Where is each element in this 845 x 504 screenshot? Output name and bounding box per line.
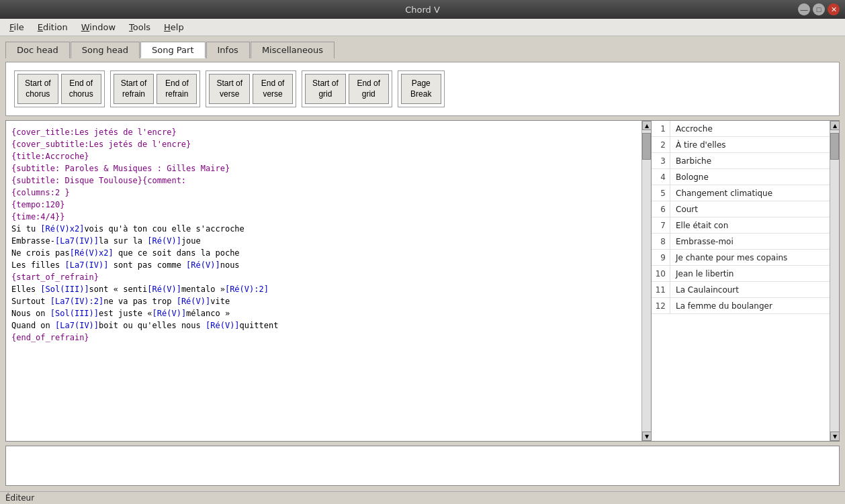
tab-song-part[interactable]: Song Part bbox=[140, 42, 206, 58]
scroll-down-arrow[interactable]: ▼ bbox=[642, 432, 652, 441]
close-button[interactable]: ✕ bbox=[828, 3, 840, 15]
verse-group: Start ofverse End ofverse bbox=[206, 70, 296, 107]
song-list-scrollbar[interactable]: ▲ ▼ bbox=[830, 121, 839, 441]
song-number: 6 bbox=[652, 201, 670, 217]
editor-text[interactable]: {cover_title:Les jetés de l'encre}{cover… bbox=[6, 121, 651, 441]
song-number: 1 bbox=[652, 121, 670, 136]
song-number: 12 bbox=[652, 298, 670, 313]
song-number: 3 bbox=[652, 153, 670, 168]
list-item[interactable]: 10 Jean le libertin bbox=[652, 266, 830, 282]
song-number: 2 bbox=[652, 137, 670, 152]
statusbar: Éditeur bbox=[0, 491, 845, 504]
start-grid-button[interactable]: Start ofgrid bbox=[305, 74, 346, 104]
list-item[interactable]: 9 Je chante pour mes copains bbox=[652, 250, 830, 266]
song-scroll-track[interactable] bbox=[830, 130, 839, 432]
menu-window[interactable]: Window bbox=[75, 20, 122, 34]
song-scroll-thumb[interactable] bbox=[830, 133, 839, 160]
list-item[interactable]: 4 Bologne bbox=[652, 169, 830, 185]
list-item[interactable]: 3 Barbiche bbox=[652, 153, 830, 169]
content-area: {cover_title:Les jetés de l'encre}{cover… bbox=[5, 120, 840, 442]
song-number: 4 bbox=[652, 169, 670, 185]
song-number: 10 bbox=[652, 266, 670, 281]
bottom-editor-area[interactable] bbox=[5, 446, 840, 486]
menu-edition[interactable]: Edition bbox=[31, 20, 75, 34]
song-title: Embrasse-moi bbox=[670, 237, 733, 246]
song-number: 11 bbox=[652, 282, 670, 297]
song-title: Elle était con bbox=[670, 221, 728, 230]
song-part-panel: Start ofchorus End ofchorus Start ofrefr… bbox=[5, 62, 840, 116]
list-item[interactable]: 12 La femme du boulanger bbox=[652, 298, 830, 314]
tab-song-head[interactable]: Song head bbox=[71, 42, 140, 58]
song-number: 5 bbox=[652, 185, 670, 201]
list-item[interactable]: 7 Elle était con bbox=[652, 217, 830, 234]
song-number: 8 bbox=[652, 234, 670, 249]
song-title: La Caulaincourt bbox=[670, 285, 739, 295]
list-item[interactable]: 1 Accroche bbox=[652, 121, 830, 137]
refrain-group: Start ofrefrain End ofrefrain bbox=[110, 70, 201, 107]
end-grid-button[interactable]: End ofgrid bbox=[349, 74, 389, 104]
song-title: Accroche bbox=[670, 124, 713, 134]
song-title: Barbiche bbox=[670, 156, 711, 166]
app-title: Chord V bbox=[405, 5, 440, 15]
minimize-button[interactable]: — bbox=[798, 3, 810, 15]
tabs-row: Doc head Song head Song Part Infos Misce… bbox=[5, 42, 840, 58]
song-number: 9 bbox=[652, 250, 670, 265]
tab-infos[interactable]: Infos bbox=[206, 42, 250, 58]
part-buttons-row: Start ofchorus End ofchorus Start ofrefr… bbox=[14, 70, 831, 107]
start-chorus-button[interactable]: Start ofchorus bbox=[17, 74, 58, 104]
editor-scrollbar[interactable]: ▲ ▼ bbox=[641, 121, 651, 441]
maximize-button[interactable]: □ bbox=[813, 3, 825, 15]
page-break-button[interactable]: PageBreak bbox=[401, 74, 441, 104]
song-title: La femme du boulanger bbox=[670, 301, 772, 311]
song-list-pane: 1 Accroche 2 À tire d'elles 3 Barbiche 4… bbox=[652, 120, 840, 442]
song-number: 7 bbox=[652, 217, 670, 233]
song-scroll-down[interactable]: ▼ bbox=[830, 432, 840, 441]
menu-tools[interactable]: Tools bbox=[122, 20, 157, 34]
song-title: Bologne bbox=[670, 172, 709, 182]
song-list-scroll[interactable]: 1 Accroche 2 À tire d'elles 3 Barbiche 4… bbox=[652, 121, 839, 441]
list-item[interactable]: 8 Embrasse-moi bbox=[652, 234, 830, 250]
list-item[interactable]: 11 La Caulaincourt bbox=[652, 282, 830, 298]
end-chorus-button[interactable]: End ofchorus bbox=[61, 74, 101, 104]
main-area: Doc head Song head Song Part Infos Misce… bbox=[0, 36, 845, 491]
scroll-thumb[interactable] bbox=[642, 133, 651, 160]
list-item[interactable]: 5 Changement climatique bbox=[652, 185, 830, 201]
titlebar-controls: — □ ✕ bbox=[798, 3, 840, 15]
song-title: À tire d'elles bbox=[670, 140, 726, 150]
start-verse-button[interactable]: Start ofverse bbox=[209, 74, 250, 104]
song-title: Court bbox=[670, 205, 698, 214]
menu-help[interactable]: Help bbox=[157, 20, 191, 34]
song-title: Changement climatique bbox=[670, 189, 772, 198]
grid-group: Start ofgrid End ofgrid bbox=[302, 70, 392, 107]
scroll-up-arrow[interactable]: ▲ bbox=[642, 121, 652, 130]
list-item[interactable]: 6 Court bbox=[652, 201, 830, 217]
list-item[interactable]: 2 À tire d'elles bbox=[652, 137, 830, 153]
menubar: File Edition Window Tools Help bbox=[0, 19, 845, 36]
editor-pane: {cover_title:Les jetés de l'encre}{cover… bbox=[5, 120, 652, 442]
song-title: Je chante pour mes copains bbox=[670, 253, 787, 262]
end-refrain-button[interactable]: End ofrefrain bbox=[157, 74, 197, 104]
menu-file[interactable]: File bbox=[3, 20, 31, 34]
chorus-group: Start ofchorus End ofchorus bbox=[14, 70, 105, 107]
scroll-track[interactable] bbox=[642, 130, 651, 432]
titlebar: Chord V — □ ✕ bbox=[0, 0, 845, 19]
end-verse-button[interactable]: End ofverse bbox=[253, 74, 293, 104]
song-scroll-up[interactable]: ▲ bbox=[830, 121, 840, 130]
tab-doc-head[interactable]: Doc head bbox=[5, 42, 70, 58]
start-refrain-button[interactable]: Start ofrefrain bbox=[114, 74, 154, 104]
tab-miscellaneous[interactable]: Miscellaneous bbox=[251, 42, 335, 58]
status-text: Éditeur bbox=[5, 493, 34, 503]
page-break-group: PageBreak bbox=[398, 70, 445, 107]
song-title: Jean le libertin bbox=[670, 269, 733, 279]
tabs-container: Doc head Song head Song Part Infos Misce… bbox=[5, 42, 840, 58]
